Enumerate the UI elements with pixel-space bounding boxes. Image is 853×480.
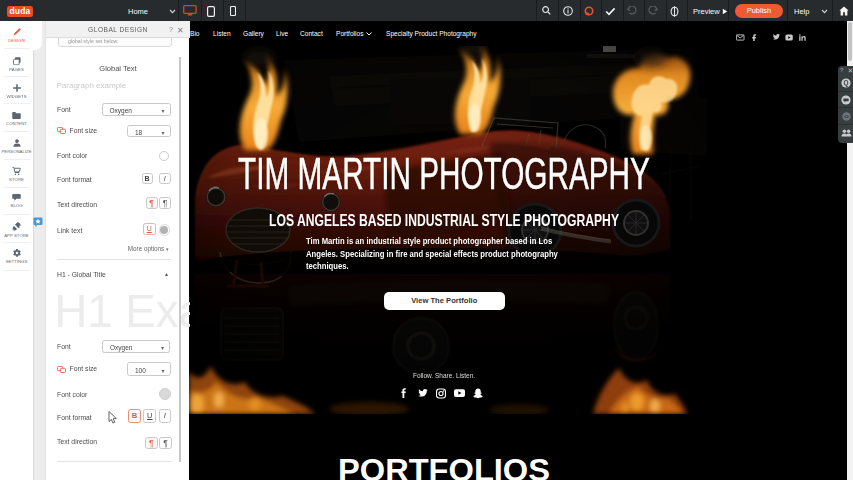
svg-text:Q: Q: [843, 79, 848, 87]
